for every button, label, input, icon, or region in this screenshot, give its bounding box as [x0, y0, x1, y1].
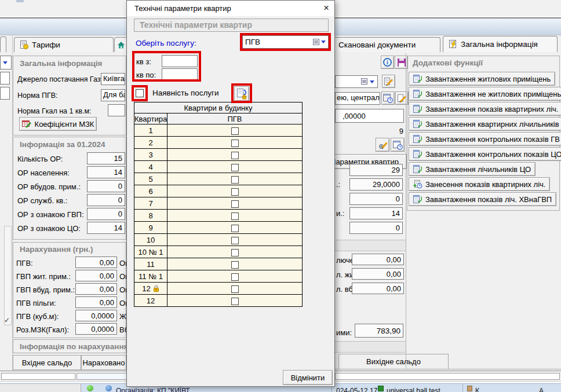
tab-stub-left[interactable]: [0, 36, 6, 52]
chevron-down-icon[interactable]: [370, 80, 374, 83]
saldo-out-header[interactable]: Вихідне сальдо: [338, 354, 449, 369]
function-button[interactable]: Завантаження контрольних показів ЦО: [409, 147, 561, 161]
apartment-number: 5: [134, 173, 167, 185]
gas-source-field[interactable]: Київга: [101, 73, 125, 85]
edit-button[interactable]: [382, 75, 395, 88]
taskbar-a-text[interactable]: А: [539, 387, 544, 392]
service-cell[interactable]: [167, 210, 303, 222]
enter-readings-icon: [413, 180, 422, 189]
tab-general-info[interactable]: Загальна інформація: [443, 36, 558, 52]
service-cell[interactable]: [167, 185, 303, 197]
service-checkbox[interactable]: [231, 273, 239, 281]
service-checkbox[interactable]: [231, 152, 239, 159]
apartment-number: 1: [134, 124, 167, 137]
service-checkbox[interactable]: [231, 225, 239, 232]
service-checkbox[interactable]: [231, 164, 239, 171]
taskbar-k-text[interactable]: К: [475, 387, 479, 392]
accrued-header[interactable]: Нараховано: [81, 355, 126, 370]
function-button[interactable]: Завантаження житлових приміщень: [409, 72, 555, 86]
info-month-value: 0: [87, 180, 125, 192]
function-button[interactable]: Занесення показів квартирних ліч.: [409, 177, 550, 191]
service-cell[interactable]: [167, 124, 303, 137]
info-button[interactable]: i: [381, 56, 394, 69]
service-checkbox[interactable]: [231, 237, 239, 244]
numeric-field[interactable]: ,00000: [335, 109, 404, 123]
service-checkbox[interactable]: [231, 298, 239, 305]
function-button-label: Завантаження квартирних лічильників: [425, 120, 559, 129]
service-checkbox[interactable]: [231, 127, 239, 135]
function-button-label: Завантаження контрольних показів ГВ: [425, 135, 560, 144]
function-button-label: Завантаження лічильників ЦО: [425, 165, 531, 174]
mid-value2-field: 0,00: [352, 283, 404, 294]
tab-scanned-documents[interactable]: Скановані документи: [322, 37, 440, 52]
service-cell[interactable]: [167, 234, 303, 246]
heating-type-field[interactable]: ею, централі: [335, 92, 380, 105]
service-checkbox[interactable]: [231, 213, 239, 220]
service-checkbox[interactable]: [231, 285, 239, 293]
service-cell[interactable]: [167, 258, 303, 270]
apartment-number: 9: [134, 222, 167, 234]
service-cell[interactable]: [167, 197, 303, 210]
service-cell[interactable]: [167, 283, 303, 295]
charge-value: 0,00: [75, 257, 117, 268]
mid-value-label: и.:: [336, 209, 345, 218]
taskbar-date-text: 024-05-12 17: [336, 387, 377, 392]
service-cell[interactable]: [167, 149, 303, 161]
group-info-month-title: Інформація за 01.2024: [20, 140, 105, 149]
cancel-button[interactable]: Відмінити: [283, 370, 333, 385]
total-field: 783,90: [355, 324, 403, 338]
service-cell[interactable]: [167, 222, 303, 234]
calendar-button[interactable]: [381, 91, 395, 105]
service-cell[interactable]: [167, 270, 303, 283]
apartment-row: 12: [134, 283, 303, 295]
mid-combo[interactable]: [335, 75, 378, 88]
edge-field-stub[interactable]: [0, 72, 10, 85]
function-button[interactable]: Завантаження лічильників ЦО: [409, 162, 536, 176]
gear-edit-button[interactable]: [376, 138, 389, 152]
function-button[interactable]: Завантаження показів ліч. ХВнаГВП: [409, 192, 556, 206]
dialog-titlebar[interactable]: Технічні параметри квартир ×: [127, 1, 334, 16]
function-button[interactable]: Завантаження не житлових приміщень: [409, 87, 561, 101]
service-checkbox[interactable]: [231, 140, 239, 147]
charge-value: 0,00: [75, 283, 117, 295]
gcal-norm-field[interactable]: [108, 104, 125, 116]
pgv-norm-field[interactable]: Для ба: [101, 89, 125, 101]
apartment-row: 6: [134, 185, 303, 197]
function-button-label: Завантаження не житлових приміщень: [425, 90, 561, 98]
function-button[interactable]: Завантаження контрольних показів ГВ: [409, 132, 561, 146]
function-button-label: Завантаження житлових приміщень: [425, 75, 551, 83]
service-checkbox[interactable]: [231, 176, 239, 184]
info-month-label: ОР населення:: [17, 168, 70, 177]
general-info-tab-icon: [449, 40, 457, 49]
close-button[interactable]: ×: [319, 2, 333, 14]
function-button[interactable]: Завантаження показів квартирних ліч.: [409, 102, 561, 116]
function-button[interactable]: Завантаження квартирних лічильників: [409, 117, 561, 131]
calendar-button[interactable]: [391, 138, 405, 152]
edge-field-stub[interactable]: [0, 56, 12, 69]
mzk-coefficients-button[interactable]: Коефіцієнти МЗК: [19, 117, 97, 131]
service-cell[interactable]: [167, 137, 303, 149]
service-cell[interactable]: [167, 173, 303, 185]
gear-pencil-icon: [378, 140, 388, 150]
info-month-value: 15: [87, 152, 125, 164]
info-month-label: ОР з ознакою ЦО:: [17, 224, 81, 233]
edge-field-stub[interactable]: [0, 87, 10, 100]
service-checkbox[interactable]: [231, 188, 239, 196]
gcal-norm-label: Норма Гкал на 1 кв.м:: [17, 107, 92, 115]
service-cell[interactable]: [167, 246, 303, 258]
taskbar-user-icon: [467, 386, 472, 391]
service-checkbox[interactable]: [231, 249, 239, 257]
info-month-value: 14: [87, 166, 125, 178]
tab-tariffs-label: Тарифи: [32, 41, 60, 49]
dialog-header-field: Технічні параметри квартир: [134, 19, 329, 32]
service-cell[interactable]: [167, 161, 303, 173]
service-checkbox[interactable]: [231, 261, 239, 269]
taskbar-app-text[interactable]: universal ball test: [387, 387, 440, 392]
saldo-in-header[interactable]: Вхідне сальдо: [13, 355, 81, 370]
service-checkbox[interactable]: [231, 200, 239, 208]
column-header-apartment: Квартира: [134, 113, 167, 124]
taskbar-left-box: [0, 384, 81, 392]
service-cell[interactable]: [167, 295, 303, 307]
tab-tariffs[interactable]: Тарифи: [14, 37, 114, 52]
mid-divider-bar: [335, 240, 406, 251]
